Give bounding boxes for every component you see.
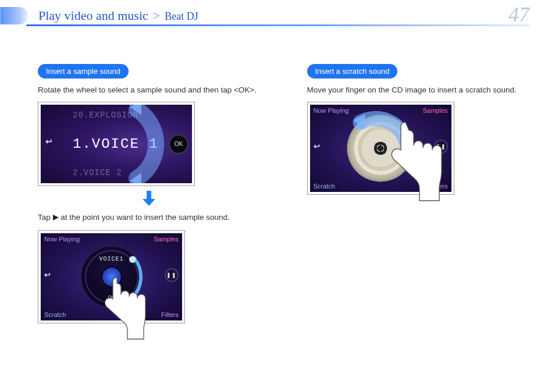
dial-center-button[interactable] — [101, 266, 122, 287]
corner-scratch[interactable]: Scratch — [314, 183, 335, 190]
breadcrumb: Play video and music > Beat DJ — [38, 8, 198, 23]
pause-button[interactable]: ❚❚ — [434, 140, 448, 154]
back-icon[interactable]: ↩ — [45, 137, 52, 146]
figure-voice-wheel: ↩ 20.EXPLOSION 1.VOICE 1 2.VOICE 2 OK — [38, 102, 195, 186]
back-icon[interactable]: ↩ — [44, 270, 51, 279]
instruction-select-sample: Rotate the wheel to select a sample soun… — [38, 84, 261, 96]
corner-now-playing[interactable]: Now Playing — [44, 236, 80, 243]
svg-marker-4 — [53, 215, 59, 220]
cd-scratch-surface[interactable] — [347, 115, 414, 182]
dial-label: VOICE1 — [81, 256, 142, 262]
heading-pill-scratch: Insert a scratch sound — [307, 64, 398, 79]
dial-time: 00 — [81, 294, 142, 301]
scratch-motion-arc-icon — [343, 111, 418, 186]
arrow-down-icon — [38, 191, 261, 208]
breadcrumb-sub: Beat DJ — [165, 10, 198, 22]
svg-marker-3 — [143, 199, 155, 206]
column-sample-sound: Insert a sample sound Rotate the wheel t… — [38, 64, 261, 323]
voice-wheel-screen: ↩ 20.EXPLOSION 1.VOICE 1 2.VOICE 2 OK — [41, 105, 192, 183]
beat-dj-scratch-screen: Now Playing Samples Scratch Filters ↩ ❚❚ — [310, 105, 451, 192]
corner-filters[interactable]: Filters — [431, 183, 448, 190]
instruction-tap-prefix: Tap — [38, 213, 53, 222]
pause-button[interactable]: ❚❚ — [165, 268, 179, 282]
instruction-tap-insert: Tap at the point you want to insert the … — [38, 212, 261, 224]
column-scratch-sound: Insert a scratch sound Move your finger … — [307, 64, 530, 323]
header-underline — [26, 24, 529, 26]
play-icon — [53, 212, 59, 224]
corner-filters[interactable]: Filters — [161, 311, 179, 318]
page-number: 47 — [508, 2, 529, 27]
back-icon[interactable]: ↩ — [314, 142, 320, 151]
header-accent — [0, 7, 28, 24]
heading-pill-sample: Insert a sample sound — [38, 64, 129, 79]
ok-button[interactable]: OK — [169, 134, 188, 154]
instruction-tap-suffix: at the point you want to insert the samp… — [61, 213, 229, 222]
breadcrumb-main: Play video and music — [38, 8, 148, 23]
corner-samples[interactable]: Samples — [423, 107, 448, 114]
beat-dj-sample-screen: Now Playing Samples Scratch Filters ↩ ❚❚… — [41, 233, 182, 320]
svg-rect-2 — [147, 191, 151, 199]
breadcrumb-separator-icon: > — [153, 8, 160, 23]
corner-samples[interactable]: Samples — [154, 236, 179, 243]
figure-scratch: Now Playing Samples Scratch Filters ↩ ❚❚ — [307, 102, 454, 195]
instruction-scratch: Move your finger on the CD image to inse… — [307, 84, 530, 96]
sample-dial[interactable]: VOICE1 00 — [80, 245, 143, 308]
corner-scratch[interactable]: Scratch — [44, 311, 66, 318]
figure-sample-insert: Now Playing Samples Scratch Filters ↩ ❚❚… — [38, 230, 185, 323]
